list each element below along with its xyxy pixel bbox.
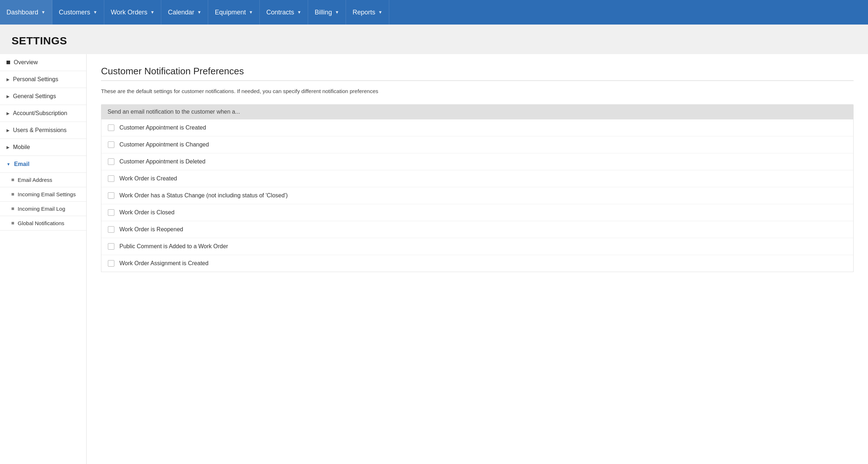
chevron-icon: ▼ [249, 10, 253, 15]
checkbox-wo-status-change[interactable] [108, 192, 114, 199]
sidebar-label-email: Email [14, 161, 30, 167]
notification-label-appt-created: Customer Appointment is Created [119, 124, 206, 131]
sidebar-label-personal-settings: Personal Settings [13, 76, 58, 83]
sidebar-item-personal-settings[interactable]: ▶Personal Settings [0, 71, 86, 88]
checkbox-appt-changed[interactable] [108, 141, 114, 148]
sidebar-label-account-subscription: Account/Subscription [13, 110, 67, 117]
section-description: These are the default settings for custo… [101, 87, 854, 96]
arrow-down-icon: ▼ [6, 162, 10, 166]
chevron-icon: ▼ [150, 10, 155, 15]
sidebar-label-overview: Overview [14, 59, 38, 66]
chevron-icon: ▼ [297, 10, 301, 15]
chevron-icon: ▼ [197, 10, 202, 15]
checkbox-wo-reopened[interactable] [108, 226, 114, 233]
nav-label-equipment: Equipment [215, 9, 246, 16]
arrow-right-icon: ▶ [6, 77, 9, 82]
nav-label-dashboard: Dashboard [6, 9, 38, 16]
sub-bullet-icon [12, 179, 14, 181]
sub-bullet-icon [12, 207, 14, 210]
page-container: SETTINGS Overview▶Personal Settings▶Gene… [0, 25, 868, 464]
sub-bullet-icon [12, 193, 14, 196]
top-navigation: Dashboard▼Customers▼Work Orders▼Calendar… [0, 0, 868, 25]
notification-label-appt-changed: Customer Appointment is Changed [119, 141, 209, 148]
sidebar-item-general-settings[interactable]: ▶General Settings [0, 88, 86, 105]
nav-item-work-orders[interactable]: Work Orders▼ [104, 0, 162, 25]
arrow-right-icon: ▶ [6, 111, 9, 116]
notification-label-wo-assignment-created: Work Order Assignment is Created [119, 260, 209, 267]
nav-item-dashboard[interactable]: Dashboard▼ [0, 0, 52, 25]
checkbox-wo-created[interactable] [108, 175, 114, 182]
notification-list: Customer Appointment is Created Customer… [101, 119, 854, 272]
arrow-right-icon: ▶ [6, 128, 9, 133]
sidebar-sub-item-email-address[interactable]: Email Address [0, 173, 86, 187]
notification-row-wo-assignment-created: Work Order Assignment is Created [101, 255, 853, 272]
notification-row-appt-created: Customer Appointment is Created [101, 119, 853, 136]
notification-row-appt-changed: Customer Appointment is Changed [101, 136, 853, 153]
sidebar-label-users-permissions: Users & Permissions [13, 127, 66, 133]
notification-label-wo-closed: Work Order is Closed [119, 209, 175, 216]
notification-label-wo-created: Work Order is Created [119, 175, 177, 182]
notification-row-wo-closed: Work Order is Closed [101, 204, 853, 221]
nav-item-reports[interactable]: Reports▼ [346, 0, 389, 25]
checkbox-wo-closed[interactable] [108, 209, 114, 216]
sidebar-label-mobile: Mobile [13, 144, 30, 150]
nav-item-billing[interactable]: Billing▼ [308, 0, 346, 25]
notification-row-appt-deleted: Customer Appointment is Deleted [101, 153, 853, 170]
section-title: Customer Notification Preferences [101, 66, 854, 77]
nav-item-customers[interactable]: Customers▼ [52, 0, 104, 25]
sidebar-sub-label-global-notifications: Global Notifications [18, 220, 64, 226]
sidebar-item-overview[interactable]: Overview [0, 54, 86, 71]
sidebar-item-email[interactable]: ▼Email [0, 156, 86, 173]
sidebar-sub-label-email-address: Email Address [18, 177, 52, 183]
nav-item-equipment[interactable]: Equipment▼ [208, 0, 260, 25]
chevron-icon: ▼ [93, 10, 97, 15]
chevron-icon: ▼ [41, 10, 45, 15]
sidebar-sub-item-incoming-email-log[interactable]: Incoming Email Log [0, 202, 86, 216]
notification-label-wo-status-change: Work Order has a Status Change (not incl… [119, 192, 288, 199]
nav-label-customers: Customers [59, 9, 90, 16]
arrow-right-icon: ▶ [6, 145, 9, 150]
sidebar-item-mobile[interactable]: ▶Mobile [0, 139, 86, 156]
sidebar-sub-item-global-notifications[interactable]: Global Notifications [0, 216, 86, 231]
arrow-right-icon: ▶ [6, 94, 9, 99]
notification-label-wo-reopened: Work Order is Reopened [119, 226, 183, 233]
main-content: Customer Notification Preferences These … [87, 54, 868, 464]
sidebar-sub-item-incoming-email-settings[interactable]: Incoming Email Settings [0, 187, 86, 202]
chevron-icon: ▼ [335, 10, 339, 15]
page-title-bar: SETTINGS [0, 25, 868, 54]
section-divider [101, 80, 854, 81]
sidebar-item-account-subscription[interactable]: ▶Account/Subscription [0, 105, 86, 122]
notification-label-wo-comment-added: Public Comment is Added to a Work Order [119, 243, 228, 250]
checkbox-appt-deleted[interactable] [108, 158, 114, 165]
notification-row-wo-created: Work Order is Created [101, 170, 853, 187]
nav-label-calendar: Calendar [168, 9, 194, 16]
checkbox-wo-assignment-created[interactable] [108, 260, 114, 267]
notification-row-wo-status-change: Work Order has a Status Change (not incl… [101, 187, 853, 204]
notification-label-appt-deleted: Customer Appointment is Deleted [119, 158, 205, 165]
nav-label-billing: Billing [315, 9, 332, 16]
content-wrapper: Overview▶Personal Settings▶General Setti… [0, 54, 868, 464]
page-title: SETTINGS [12, 35, 856, 47]
notification-row-wo-comment-added: Public Comment is Added to a Work Order [101, 238, 853, 255]
chevron-icon: ▼ [378, 10, 382, 15]
nav-label-reports: Reports [352, 9, 375, 16]
sub-bullet-icon [12, 222, 14, 224]
notification-table-header: Send an email notification to the custom… [101, 104, 854, 119]
nav-label-contracts: Contracts [266, 9, 294, 16]
checkbox-appt-created[interactable] [108, 124, 114, 131]
checkbox-wo-comment-added[interactable] [108, 243, 114, 250]
nav-item-calendar[interactable]: Calendar▼ [161, 0, 208, 25]
nav-label-work-orders: Work Orders [111, 9, 148, 16]
sidebar-item-users-permissions[interactable]: ▶Users & Permissions [0, 122, 86, 139]
sidebar: Overview▶Personal Settings▶General Setti… [0, 54, 87, 464]
sidebar-label-general-settings: General Settings [13, 93, 56, 100]
sidebar-sub-label-incoming-email-log: Incoming Email Log [18, 206, 65, 212]
bullet-icon [6, 61, 10, 64]
nav-item-contracts[interactable]: Contracts▼ [260, 0, 308, 25]
sidebar-sub-label-incoming-email-settings: Incoming Email Settings [18, 191, 76, 197]
notification-row-wo-reopened: Work Order is Reopened [101, 221, 853, 238]
